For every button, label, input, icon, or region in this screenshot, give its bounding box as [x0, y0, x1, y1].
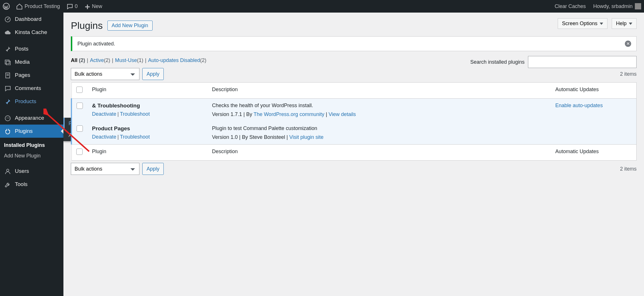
items-count: 2 items: [620, 71, 637, 77]
main-content: Screen Options Help Plugins Add New Plug…: [63, 13, 644, 296]
sidebar-item-tools[interactable]: Tools: [0, 178, 63, 191]
page-icon: [4, 72, 11, 78]
notice-activated: Plugin activated. ✕: [71, 36, 637, 51]
troubleshoot-link[interactable]: Troubleshoot: [120, 111, 150, 117]
screen-options-button[interactable]: Screen Options: [558, 18, 607, 29]
sidebar-item-pages[interactable]: Pages: [0, 69, 63, 82]
select-all-checkbox-footer[interactable]: [76, 149, 83, 155]
search-plugins-input[interactable]: [528, 56, 637, 68]
sidebar-item-kinsta-cache[interactable]: Kinsta Cache: [0, 26, 63, 39]
deactivate-link[interactable]: Deactivate: [92, 134, 116, 140]
deactivate-link[interactable]: Deactivate: [92, 111, 116, 117]
plugin-name: Product Pages: [92, 125, 203, 132]
sidebar-item-plugins[interactable]: Plugins: [0, 125, 63, 138]
sidebar-item-appearance[interactable]: Appearance: [0, 111, 63, 125]
tool-icon: [4, 181, 11, 187]
site-name: Product Testing: [25, 3, 60, 9]
new-label: New: [92, 3, 102, 9]
comments-count: 0: [75, 3, 78, 9]
bulk-actions-select[interactable]: Bulk actions: [71, 68, 139, 80]
plugin-row: Product Pages Deactivate|Troubleshoot Pl…: [71, 121, 637, 145]
comment-icon: [66, 3, 73, 9]
col-plugin: Plugin: [87, 83, 207, 99]
plus-icon: [84, 3, 90, 9]
add-new-plugin-button[interactable]: Add New Plugin: [107, 21, 153, 31]
submenu-add-new-plugin[interactable]: Add New Plugin: [4, 151, 63, 161]
sidebar-item-users[interactable]: Users: [0, 165, 63, 178]
sidebar-item-comments[interactable]: Comments: [0, 82, 63, 95]
plugin-name: & Troubleshooting: [92, 103, 203, 109]
plugins-table: Plugin Description Automatic Updates & T…: [71, 82, 637, 161]
filter-must-use[interactable]: Must-Use: [115, 57, 137, 63]
chevron-down-icon: [629, 23, 632, 25]
search-label: Search installed plugins: [470, 59, 525, 65]
apply-button-bottom[interactable]: Apply: [142, 163, 164, 175]
enable-auto-updates-link[interactable]: Enable auto-updates: [555, 103, 603, 108]
avatar: [635, 3, 641, 9]
cloud-icon: [4, 29, 11, 35]
filter-auto-updates-disabled[interactable]: Auto-updates Disabled: [148, 57, 200, 63]
dashboard-icon: [4, 16, 11, 22]
sidebar-item-posts[interactable]: Posts: [0, 42, 63, 55]
admin-toolbar: Product Testing 0 New Clear Caches Howdy…: [0, 0, 644, 13]
pin-icon: [4, 46, 11, 52]
user-icon: [4, 168, 11, 174]
notice-text: Plugin activated.: [77, 41, 115, 47]
troubleshoot-link[interactable]: Troubleshoot: [120, 134, 150, 140]
select-all-checkbox[interactable]: [76, 87, 83, 93]
clear-caches-link[interactable]: Clear Caches: [555, 3, 586, 9]
account-link[interactable]: Howdy, srbadmin: [593, 3, 641, 9]
plugin-description: Plugin to test Command Palette customiza…: [212, 125, 546, 131]
help-button[interactable]: Help: [612, 18, 637, 29]
appearance-icon: [4, 115, 11, 121]
filter-active[interactable]: Active: [90, 57, 104, 63]
wp-logo[interactable]: [3, 3, 10, 10]
plugin-icon: [4, 128, 11, 134]
admin-sidebar: Dashboard Kinsta Cache Posts Media Pages…: [0, 13, 63, 296]
plugin-row: & Troubleshooting Deactivate|Troubleshoo…: [71, 99, 637, 122]
wordpress-icon: [3, 3, 10, 10]
pin-icon: [4, 98, 11, 105]
plugin-author-link[interactable]: The WordPress.org community: [253, 111, 324, 117]
bulk-actions-select-bottom[interactable]: Bulk actions: [71, 163, 139, 175]
media-icon: [4, 59, 11, 65]
sidebar-item-products[interactable]: Products: [0, 95, 63, 108]
col-auto-updates: Automatic Updates: [551, 83, 637, 99]
row-checkbox[interactable]: [77, 125, 83, 132]
howdy-text: Howdy, srbadmin: [593, 3, 633, 9]
home-icon: [16, 3, 22, 9]
comments-link[interactable]: 0: [66, 3, 78, 9]
sidebar-item-media[interactable]: Media: [0, 55, 63, 69]
plugin-description: Checks the health of your WordPress inst…: [212, 103, 546, 109]
visit-plugin-site-link[interactable]: Visit plugin site: [289, 134, 324, 140]
dismiss-notice-button[interactable]: ✕: [625, 41, 631, 47]
col-description: Description: [207, 83, 551, 99]
plugins-submenu: Installed Plugins Add New Plugin: [0, 138, 63, 165]
filter-all[interactable]: All (2): [71, 57, 85, 63]
chevron-down-icon: [600, 23, 603, 25]
submenu-installed-plugins[interactable]: Installed Plugins: [4, 140, 63, 151]
sidebar-item-dashboard[interactable]: Dashboard: [0, 13, 63, 26]
row-checkbox[interactable]: [77, 103, 83, 109]
apply-button[interactable]: Apply: [142, 68, 164, 80]
new-link[interactable]: New: [84, 3, 102, 9]
page-title: Plugins: [71, 20, 103, 31]
items-count-bottom: 2 items: [620, 166, 637, 172]
comment-icon: [4, 85, 11, 91]
view-details-link[interactable]: View details: [329, 111, 356, 117]
site-link[interactable]: Product Testing: [16, 3, 60, 9]
